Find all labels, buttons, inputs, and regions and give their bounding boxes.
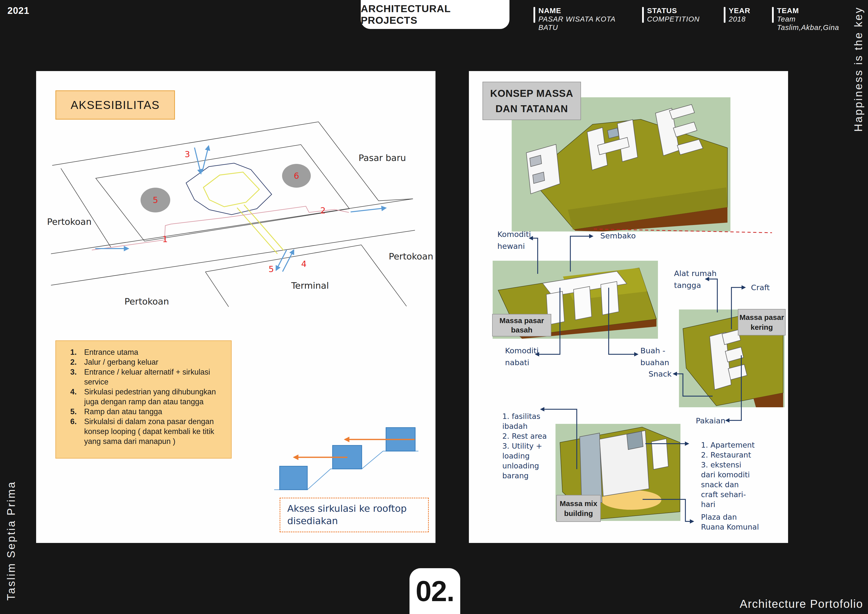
legend-item: 2.Jalur / gerbang keluar bbox=[70, 357, 224, 367]
legend-item-text: Ramp dan atau tangga bbox=[84, 407, 224, 417]
building-bar bbox=[601, 281, 619, 315]
legend-item-text: Entrance utama bbox=[84, 347, 224, 357]
label-pertokoan-right: Pertokoan bbox=[389, 251, 433, 261]
label-terminal: Terminal bbox=[291, 280, 329, 291]
alt-exit-arrow bbox=[202, 146, 209, 172]
pedestrian-arrow-up bbox=[282, 250, 294, 272]
projects-banner: ARCHITECTURAL PROJECTS bbox=[361, 0, 510, 29]
list-line: barang bbox=[502, 471, 547, 481]
aksesibilitas-panel: AKSESIBILITAS Pasar baru Pertokoan Perto… bbox=[36, 71, 436, 543]
label-line: nabati bbox=[505, 356, 539, 368]
aksesibilitas-title-box: AKSESIBILITAS bbox=[56, 90, 175, 120]
legend-item-number: 1. bbox=[70, 347, 84, 357]
box-line: Massa mix bbox=[560, 499, 597, 508]
rooftop-access-note: Akses sirkulasi ke rooftop disediakan bbox=[280, 497, 429, 532]
meta-team-label: TEAM bbox=[777, 6, 839, 15]
label-line: Alat rumah bbox=[674, 267, 716, 279]
label-line: Komoditi bbox=[498, 228, 531, 240]
konsep-massa-title-box: KONSEP MASSA DAN TATANAN bbox=[482, 82, 581, 120]
label-pasar-baru: Pasar baru bbox=[358, 153, 406, 163]
zone-number-5: 5 bbox=[153, 195, 158, 205]
zone-number-6: 6 bbox=[294, 171, 299, 181]
step-block-1 bbox=[280, 466, 307, 490]
rooftop-steps-diagram bbox=[274, 427, 418, 490]
circulation-arrows bbox=[95, 146, 386, 272]
exit-arrow bbox=[350, 208, 386, 212]
meta-year-value: 2018 bbox=[729, 15, 750, 23]
list-line: 1. Apartement bbox=[701, 440, 755, 450]
meta-name-label: NAME bbox=[538, 6, 615, 15]
list-line: craft sehari- bbox=[701, 490, 755, 500]
label-sembako: Sembako bbox=[600, 230, 636, 242]
projects-banner-label: ARCHITECTURAL PROJECTS bbox=[361, 3, 510, 26]
list-line: 1. fasilitas bbox=[502, 412, 547, 421]
list-line: 2. Restaurant bbox=[701, 450, 755, 460]
legend-item-number: 4. bbox=[70, 387, 84, 407]
legend-item-text: Entrance / keluar alternatif + sirkulasi… bbox=[84, 367, 224, 387]
page-year: 2021 bbox=[8, 5, 29, 16]
field-accent-bar bbox=[724, 7, 725, 23]
label-snack: Snack bbox=[648, 368, 671, 380]
legend-item: 4.Sirkulasi pedestrian yang dihubungkan … bbox=[70, 387, 224, 407]
label-pertokoan-bottom: Pertokoan bbox=[124, 296, 169, 306]
list-line: hari bbox=[701, 500, 755, 510]
list-line: 2. Rest area bbox=[502, 431, 547, 441]
list-line: Plaza dan bbox=[701, 512, 759, 522]
map-number-1: 1 bbox=[162, 234, 168, 244]
apartement-list: 1. Apartement 2. Restaurant 3. ekstensi … bbox=[701, 440, 755, 510]
box-line: building bbox=[564, 508, 593, 518]
meta-team-value: Team bbox=[777, 15, 839, 23]
title-line-2: DAN TATANAN bbox=[495, 101, 568, 117]
label-komoditi-nabati: Komoditi nabati bbox=[505, 345, 539, 368]
legend-item: 3.Entrance / keluar alternatif + sirkula… bbox=[70, 367, 224, 387]
label-alat-rumah-tangga: Alat rumah tangga bbox=[674, 267, 716, 291]
label-komoditi-hewani: Komoditi hewani bbox=[498, 228, 531, 252]
list-line: snack dan bbox=[701, 480, 755, 490]
box-line: Massa pasar bbox=[499, 316, 544, 325]
label-pakaian: Pakaian bbox=[696, 415, 725, 427]
label-line: Buah - bbox=[640, 345, 669, 356]
portfolio-footer: Architecture Portofolio bbox=[739, 597, 863, 611]
alt-entrance-arrow bbox=[194, 148, 201, 174]
meta-year-label: YEAR bbox=[729, 6, 750, 15]
page-number-box: 02. bbox=[409, 568, 460, 614]
konsep-massa-panel: KONSEP MASSA DAN TATANAN Massa pasar bas… bbox=[469, 71, 788, 543]
building-notch bbox=[627, 431, 643, 449]
box-line: kering bbox=[750, 322, 773, 332]
box-line: basah bbox=[511, 325, 532, 335]
meta-status-value: COMPETITION bbox=[647, 15, 699, 23]
massa-pasar-basah-box: Massa pasar basah bbox=[492, 314, 551, 336]
legend-item: 5.Ramp dan atau tangga bbox=[70, 407, 224, 417]
list-line: loading bbox=[502, 451, 547, 461]
label-line: tangga bbox=[674, 279, 716, 291]
legend-item: 6.Sirkulalsi di dalam zona pasar dengan … bbox=[70, 417, 224, 446]
tagline-vertical: Happiness is the key bbox=[852, 6, 865, 132]
meta-name-value-2: BATU bbox=[538, 23, 615, 32]
legend-item: 1.Entrance utama bbox=[70, 347, 224, 357]
legend-item-text: Sirkulalsi di dalam zona pasar dengan ko… bbox=[84, 417, 224, 446]
map-number-3: 3 bbox=[184, 149, 190, 159]
fasilitas-list: 1. fasilitas ibadah 2. Rest area 3. Util… bbox=[502, 412, 547, 481]
page-number: 02. bbox=[416, 575, 454, 608]
label-line: Komoditi bbox=[505, 345, 539, 356]
map-number-2: 2 bbox=[320, 205, 326, 215]
title-line-1: KONSEP MASSA bbox=[490, 85, 573, 101]
list-line: ibadah bbox=[502, 421, 547, 431]
meta-name-value: PASAR WISATA KOTA bbox=[538, 15, 615, 23]
map-number-4: 4 bbox=[301, 259, 307, 269]
field-accent-bar bbox=[642, 7, 644, 23]
building-bar bbox=[574, 286, 592, 320]
list-line: 3. Utility + bbox=[502, 441, 547, 451]
meta-field-team: TEAM Team Taslim,Akbar,Gina bbox=[777, 6, 839, 32]
meta-field-name: NAME PASAR WISATA KOTA BATU bbox=[538, 6, 615, 32]
note-line-2: disediakan bbox=[287, 515, 428, 527]
market-zone-circles bbox=[141, 164, 311, 213]
meta-status-label: STATUS bbox=[647, 6, 699, 15]
site-plan-diagram bbox=[36, 71, 436, 543]
label-pertokoan-left: Pertokoan bbox=[47, 217, 91, 227]
aksesibilitas-title: AKSESIBILITAS bbox=[71, 98, 160, 112]
meta-field-status: STATUS COMPETITION bbox=[647, 6, 699, 23]
list-line: Ruana Komunal bbox=[701, 522, 759, 532]
portfolio-page: 2021 ARCHITECTURAL PROJECTS NAME PASAR W… bbox=[0, 0, 868, 614]
meta-field-year: YEAR 2018 bbox=[729, 6, 750, 23]
